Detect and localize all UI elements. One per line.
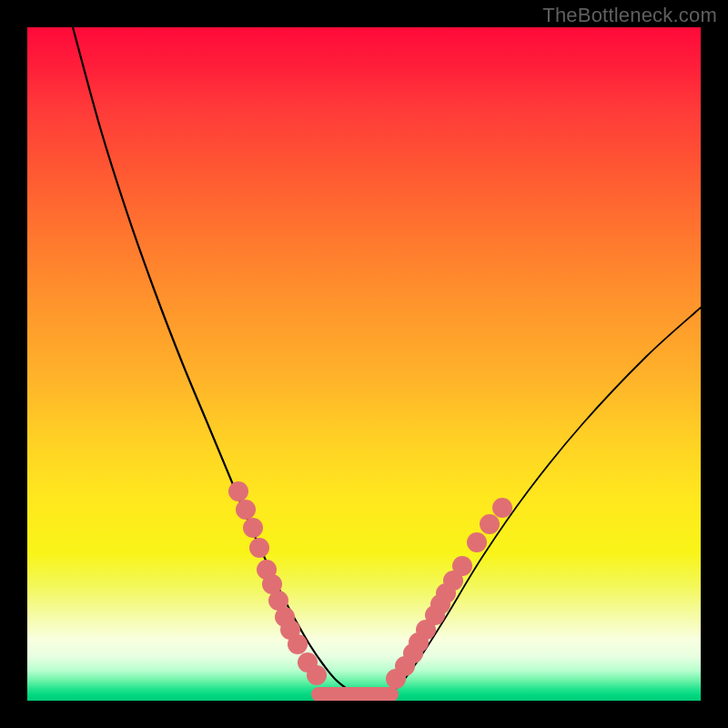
- data-dot: [243, 518, 263, 538]
- data-dot: [467, 532, 487, 552]
- plot-area: [27, 27, 701, 701]
- data-dot: [307, 665, 327, 685]
- data-dot: [228, 481, 248, 501]
- curve-layer: [27, 27, 701, 701]
- data-dot: [480, 514, 500, 534]
- left-curve: [73, 27, 382, 701]
- data-dot: [236, 500, 256, 520]
- data-dot: [249, 538, 269, 558]
- data-dot: [492, 498, 512, 518]
- data-dots-group: [228, 481, 512, 689]
- data-dot: [288, 634, 308, 654]
- chart-stage: TheBottleneck.com: [0, 0, 728, 728]
- right-curve: [382, 308, 701, 701]
- watermark-text: TheBottleneck.com: [542, 4, 717, 27]
- data-dot: [452, 556, 472, 576]
